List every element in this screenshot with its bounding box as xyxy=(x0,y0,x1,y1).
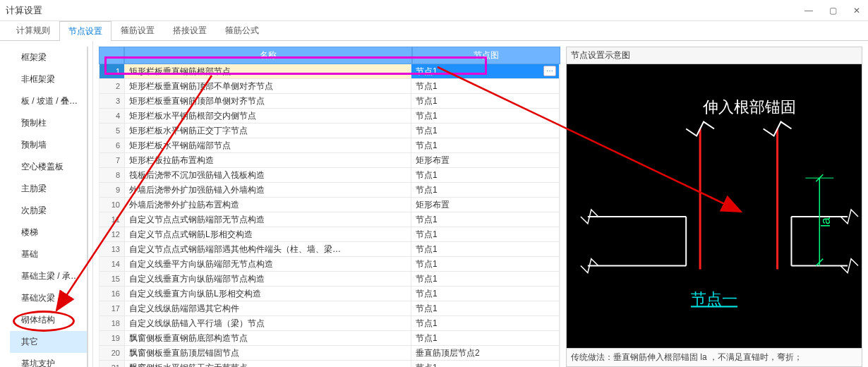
table-row[interactable]: 9外墙后浇带外扩加强筋锚入外墙构造节点1 xyxy=(100,183,560,198)
table-row[interactable]: 10外墙后浇带外扩拉筋布置构造矩形布置 xyxy=(100,198,560,212)
table-row[interactable]: 7矩形栏板拉筋布置构造矩形布置 xyxy=(100,153,560,168)
table-row[interactable]: 1矩形栏板垂直钢筋根部节点节点1⋯ xyxy=(100,64,560,79)
table-row[interactable]: 4矩形栏板水平钢筋根部交内侧节点节点1 xyxy=(100,109,560,124)
row-node[interactable]: 节点1 xyxy=(411,287,560,301)
row-number: 8 xyxy=(100,168,125,183)
row-node[interactable]: 节点1 xyxy=(411,79,560,94)
row-name[interactable]: 自定义线垂直方向纵筋端部节点构造 xyxy=(125,272,411,287)
row-node[interactable]: 节点1 xyxy=(411,183,560,198)
diagram-la-label: la xyxy=(819,217,833,227)
row-node[interactable]: 节点1 xyxy=(411,124,560,138)
tab-stirrup-settings[interactable]: 箍筋设置 xyxy=(111,20,164,40)
row-node[interactable]: 节点1 xyxy=(411,168,560,183)
row-node[interactable]: 节点1 xyxy=(411,301,560,316)
row-name[interactable]: 外墙后浇带外扩拉筋布置构造 xyxy=(125,198,411,212)
window-title: 计算设置 xyxy=(6,4,42,17)
sidebar-item[interactable]: 非框架梁 xyxy=(10,68,87,90)
table-row[interactable]: 18自定义线纵筋锚入平行墙（梁）节点节点1 xyxy=(100,316,560,331)
minimize-button[interactable]: — xyxy=(803,6,814,16)
row-name[interactable]: 外墙后浇带外扩加强筋锚入外墙构造 xyxy=(125,183,411,198)
row-node[interactable]: 节点1 xyxy=(411,257,560,272)
sidebar-item[interactable]: 框架梁 xyxy=(10,47,87,68)
row-number: 13 xyxy=(100,242,125,257)
grid-header-name[interactable]: 名称 xyxy=(124,47,412,64)
table-row[interactable]: 12自定义节点点式钢筋L形相交构造节点1 xyxy=(100,227,560,242)
sidebar-item[interactable]: 预制墙 xyxy=(10,134,87,156)
tab-bar: 计算规则 节点设置 箍筋设置 搭接设置 箍筋公式 xyxy=(0,21,868,41)
sidebar-item[interactable]: 次肋梁 xyxy=(10,200,87,222)
row-node[interactable]: 节点1 xyxy=(411,109,560,124)
table-row[interactable]: 8筏板后浇带不沉加强筋锚入筏板构造节点1 xyxy=(100,168,560,183)
row-name[interactable]: 矩形栏板水平钢筋正交丁字节点 xyxy=(125,124,411,138)
row-node[interactable]: 矩形布置 xyxy=(411,153,560,168)
tab-stirrup-formula[interactable]: 箍筋公式 xyxy=(216,20,268,40)
sidebar-item[interactable]: 砌体结构 xyxy=(10,309,87,331)
table-row[interactable]: 11自定义节点点式钢筋端部无节点构造节点1 xyxy=(100,212,560,227)
tab-lap-settings[interactable]: 搭接设置 xyxy=(164,20,216,40)
row-name[interactable]: 自定义线垂平方向纵筋端部无节点构造 xyxy=(125,257,411,272)
row-node[interactable]: 节点1⋯ xyxy=(411,64,560,79)
table-row[interactable]: 20飘窗侧板垂直筋顶层锚固节点垂直筋顶层节点2 xyxy=(100,346,560,361)
row-node[interactable]: 节点1 xyxy=(411,361,560,367)
table-row[interactable]: 21飘窗侧板水平钢筋工方无节节点节点1 xyxy=(100,361,560,367)
node-edit-button[interactable]: ⋯ xyxy=(543,66,556,76)
table-row[interactable]: 14自定义线垂平方向纵筋端部无节点构造节点1 xyxy=(100,257,560,272)
row-name[interactable]: 矩形栏板垂直钢筋根部节点 xyxy=(125,64,411,79)
diagram-canvas: 伸入根部锚固 xyxy=(566,64,862,349)
table-row[interactable]: 6矩形栏板水平钢筋端部节点节点1 xyxy=(100,138,560,153)
sidebar-item[interactable]: 基坑支护 xyxy=(10,353,87,367)
sidebar-item[interactable]: 其它 xyxy=(10,331,87,353)
grid-body[interactable]: 1矩形栏板垂直钢筋根部节点节点1⋯2矩形栏板垂直钢筋顶部不单侧对齐节点节点13矩… xyxy=(99,64,560,367)
table-row[interactable]: 15自定义线垂直方向纵筋端部节点构造节点1 xyxy=(100,272,560,287)
tab-node-settings[interactable]: 节点设置 xyxy=(59,21,111,41)
row-name[interactable]: 自定义线纵筋端部遇其它构件 xyxy=(125,301,411,316)
row-name[interactable]: 自定义节点点式钢筋端部遇其他构件端头（柱、墙、梁… xyxy=(125,242,411,257)
grid-header-node[interactable]: 节点图 xyxy=(412,47,560,64)
row-node[interactable]: 节点1 xyxy=(411,94,560,109)
row-number: 7 xyxy=(100,153,125,168)
sidebar-item[interactable]: 基础主梁 / 承… xyxy=(10,265,87,287)
table-row[interactable]: 2矩形栏板垂直钢筋顶部不单侧对齐节点节点1 xyxy=(100,79,560,94)
row-name[interactable]: 矩形栏板垂直钢筋顶部单侧对齐节点 xyxy=(125,94,411,109)
row-name[interactable]: 矩形栏板水平钢筋根部交内侧节点 xyxy=(125,109,411,124)
sidebar-item[interactable]: 空心楼盖板 xyxy=(10,156,87,178)
table-row[interactable]: 5矩形栏板水平钢筋正交丁字节点节点1 xyxy=(100,124,560,138)
sidebar-item[interactable]: 预制柱 xyxy=(10,112,87,134)
preview-title: 节点设置示意图 xyxy=(566,47,862,64)
row-name[interactable]: 矩形栏板水平钢筋端部节点 xyxy=(125,138,411,153)
row-node[interactable]: 节点1 xyxy=(411,242,560,257)
row-name[interactable]: 自定义线纵筋锚入平行墙（梁）节点 xyxy=(125,316,411,331)
row-name[interactable]: 矩形栏板垂直钢筋顶部不单侧对齐节点 xyxy=(125,79,411,94)
row-node[interactable]: 节点1 xyxy=(411,212,560,227)
table-row[interactable]: 13自定义节点点式钢筋端部遇其他构件端头（柱、墙、梁…节点1 xyxy=(100,242,560,257)
close-button[interactable]: ✕ xyxy=(851,6,862,16)
row-name[interactable]: 自定义节点点式钢筋端部无节点构造 xyxy=(125,212,411,227)
row-node[interactable]: 节点1 xyxy=(411,316,560,331)
row-node[interactable]: 垂直筋顶层节点2 xyxy=(411,346,560,361)
row-name[interactable]: 飘窗侧板垂直钢筋底部构造节点 xyxy=(125,331,411,346)
table-row[interactable]: 3矩形栏板垂直钢筋顶部单侧对齐节点节点1 xyxy=(100,94,560,109)
row-name[interactable]: 筏板后浇带不沉加强筋锚入筏板构造 xyxy=(125,168,411,183)
row-name[interactable]: 矩形栏板拉筋布置构造 xyxy=(125,153,411,168)
row-number: 9 xyxy=(100,183,125,198)
sidebar-item[interactable]: 基础次梁 xyxy=(10,287,87,309)
sidebar-item[interactable]: 楼梯 xyxy=(10,222,87,243)
tab-calc-rules[interactable]: 计算规则 xyxy=(7,20,59,40)
row-name[interactable]: 飘窗侧板水平钢筋工方无节节点 xyxy=(125,361,411,367)
table-row[interactable]: 17自定义线纵筋端部遇其它构件节点1 xyxy=(100,301,560,316)
row-node[interactable]: 节点1 xyxy=(411,272,560,287)
row-name[interactable]: 自定义线垂直方向纵筋L形相交构造 xyxy=(125,287,411,301)
sidebar-item[interactable]: 主肋梁 xyxy=(10,178,87,200)
row-node[interactable]: 节点1 xyxy=(411,138,560,153)
row-node[interactable]: 节点1 xyxy=(411,331,560,346)
row-node[interactable]: 矩形布置 xyxy=(411,198,560,212)
table-row[interactable]: 16自定义线垂直方向纵筋L形相交构造节点1 xyxy=(100,287,560,301)
row-node[interactable]: 节点1 xyxy=(411,227,560,242)
sidebar-item[interactable]: 基础 xyxy=(10,243,87,265)
table-row[interactable]: 19飘窗侧板垂直钢筋底部构造节点节点1 xyxy=(100,331,560,346)
maximize-button[interactable]: ▢ xyxy=(827,6,838,16)
content-area: 框架梁非框架梁板 / 坡道 / 叠…预制柱预制墙空心楼盖板主肋梁次肋梁楼梯基础基… xyxy=(0,41,868,367)
row-name[interactable]: 飘窗侧板垂直筋顶层锚固节点 xyxy=(125,346,411,361)
sidebar-item[interactable]: 板 / 坡道 / 叠… xyxy=(10,90,87,112)
row-name[interactable]: 自定义节点点式钢筋L形相交构造 xyxy=(125,227,411,242)
